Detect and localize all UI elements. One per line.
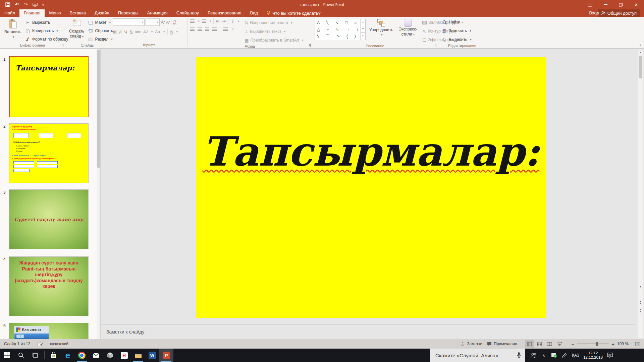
language-indicator[interactable]: ҚАЗ [571,353,580,358]
change-case-button[interactable]: Aa [155,29,160,34]
clock[interactable]: 12:12 12.12.2018 [583,351,603,360]
select-button[interactable]: Выделить▾ [440,36,484,43]
ribbon-display-options-icon[interactable] [582,0,598,9]
arrange-button[interactable]: Упорядочить ▾ [368,18,395,38]
taskbar-search-button[interactable] [14,349,28,362]
decrease-indent-icon[interactable]: ⇤ [216,19,220,24]
numbering-icon[interactable] [202,19,206,23]
convert-smartart-button[interactable]: ▦Преобразовать в SmartArt▾ [243,37,305,44]
shrink-font-icon[interactable]: A▾ [166,20,170,25]
yandex-app-icon[interactable]: Я [117,349,131,362]
zoom-slider[interactable] [577,344,609,344]
view-reading-button[interactable] [545,340,554,348]
slide-thumbnail-3[interactable]: Суретті сақтау және ашу [9,189,89,249]
start-button[interactable] [0,349,14,362]
shapes-gallery[interactable]: A ╲ ↘ □ ○ ▢ △ ⌐ ↳ ⇨ ⇩ ⌂ ϟ ⌒ ∿ { } ☆ ▴ ▾ … [315,19,366,40]
slide-canvas[interactable]: Тапсырмалар: [196,57,546,318]
tab-insert[interactable]: Вставка [65,9,90,17]
format-painter-button[interactable]: Формат по образцу [24,36,70,43]
grow-font-icon[interactable]: A▴ [161,19,165,25]
zoom-in-button[interactable]: + [611,341,614,347]
scrollbar-thumb[interactable] [639,56,642,78]
cut-button[interactable]: ✂Вырезать [24,19,70,26]
layout-button[interactable]: Макет▾ [87,19,114,26]
scroll-up-icon[interactable]: ▴ [638,50,643,55]
action-center-icon[interactable] [606,349,614,362]
people-icon[interactable] [529,349,537,362]
underline-button[interactable]: Ч [124,29,127,35]
scrollbar-thumb[interactable] [97,50,100,168]
start-slideshow-icon[interactable] [33,3,38,7]
dialog-launcher-icon[interactable] [307,44,311,47]
comments-toggle[interactable]: Примечания [487,342,517,346]
save-icon[interactable] [5,2,10,7]
pen-settings-icon[interactable] [560,349,569,362]
align-text-button[interactable]: ⇳Выровнять текст▾ [243,28,305,35]
text-shadow-button[interactable]: S [129,29,132,35]
customize-qat-icon[interactable]: ▾ [42,3,44,7]
tab-home[interactable]: Главная [19,9,45,17]
increase-indent-icon[interactable]: ⇥ [222,19,226,24]
store-app-icon[interactable] [47,349,61,362]
tray-chevron-icon[interactable]: ∧ [540,349,548,362]
character-spacing-button[interactable]: AV [143,30,148,34]
edge-app-icon[interactable]: e [61,349,75,362]
next-slide-button[interactable]: ▾▾ [638,307,643,314]
columns-icon[interactable] [223,27,228,31]
replace-button[interactable]: abacЗаменить▾ [440,27,484,35]
chrome-app-icon[interactable] [75,349,89,362]
file-explorer-icon[interactable] [131,349,145,362]
slide-thumbnail-2[interactable]: 1.Графикалық редактор- .................… [9,123,89,183]
tab-menu[interactable]: Меню [45,9,65,17]
powerpoint-app-icon[interactable]: P [159,349,173,362]
dialog-launcher-icon[interactable] [433,44,436,47]
reset-button[interactable]: Сбросить [87,27,114,35]
restore-button[interactable] [613,0,629,9]
task-view-button[interactable] [28,349,42,362]
tab-slideshow[interactable]: Слайд-шоу [172,9,203,17]
quick-styles-button[interactable]: Экспресс- стили▾ [397,18,419,38]
clear-formatting-icon[interactable] [172,20,177,24]
collapse-ribbon-icon[interactable]: ∧ [639,44,641,47]
paste-button[interactable]: Вставить ▾ [3,18,23,40]
section-button[interactable]: Раздел▾ [87,36,114,43]
italic-button[interactable]: К [119,29,122,35]
bullets-icon[interactable] [190,19,195,23]
slide-title[interactable]: Тапсырмалар: [203,128,540,175]
view-slideshow-button[interactable] [555,340,564,348]
line-spacing-icon[interactable]: ⇕ [231,19,234,24]
dialog-launcher-icon[interactable] [182,44,186,47]
word-app-icon[interactable]: W [145,349,159,362]
slide-thumbnail-5[interactable]: Безымянн ▾ [9,323,89,339]
zoom-slider-thumb[interactable] [596,342,598,346]
cube-app-icon[interactable] [103,349,117,362]
alice-search-box[interactable]: Скажите «Слушай, Алиса» [430,349,525,362]
align-right-icon[interactable] [205,27,209,31]
tab-design[interactable]: Дизайн [90,9,114,17]
shapes-gallery-scroll[interactable]: ▴ ▾ ▾ [360,19,365,40]
microphone-icon[interactable] [517,352,521,359]
notes-pane[interactable]: Заметки к слайду [101,324,636,339]
tab-file[interactable]: Файл [0,9,19,17]
share-button[interactable]: Общий доступ [598,9,640,17]
align-center-icon[interactable] [198,27,202,31]
find-button[interactable]: Найти [440,18,484,26]
notes-toggle[interactable]: Заметки [460,342,482,346]
close-button[interactable]: ✕ [629,0,644,9]
scroll-down-icon[interactable]: ▾ [638,284,643,289]
strikethrough-button[interactable]: abc [135,30,141,34]
zoom-out-button[interactable]: − [571,341,574,347]
previous-slide-button[interactable]: ▴▴ [638,298,643,306]
font-size-combo[interactable]: ▾ [146,18,160,26]
tab-transitions[interactable]: Переходы [114,9,143,17]
minimize-button[interactable] [598,0,613,9]
slide-thumbnail-4[interactable]: Жаңадан сүрет салу үшін Paint-тың батырм… [9,256,89,316]
thumbnails-scrollbar[interactable] [97,49,100,339]
view-slide-sorter-button[interactable] [535,340,544,348]
tab-animations[interactable]: Анимация [143,9,172,17]
copy-button[interactable]: Копировать▾ [24,27,70,35]
view-normal-button[interactable] [525,340,534,348]
language-status[interactable]: казахский [50,342,68,346]
justify-icon[interactable] [212,27,217,31]
dialog-launcher-icon[interactable] [60,44,63,47]
